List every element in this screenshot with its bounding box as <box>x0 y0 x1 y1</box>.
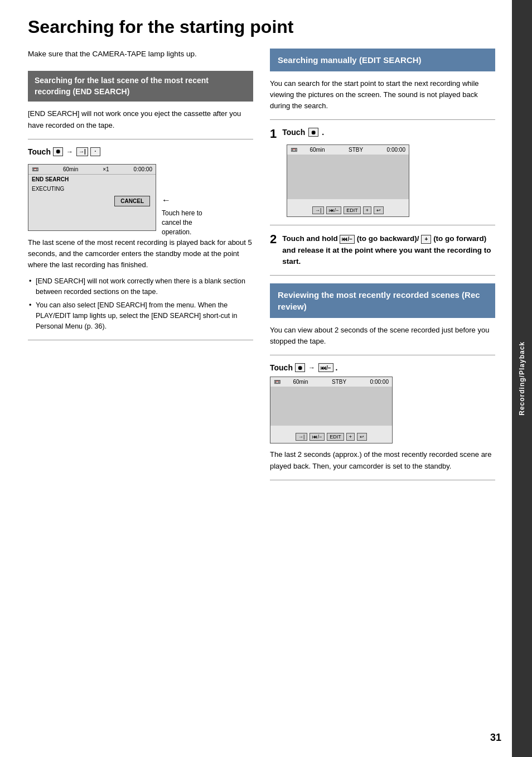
arrow-icon-review: → <box>308 364 315 372</box>
left-column: Make sure that the CAMERA-TAPE lamp ligh… <box>28 49 253 488</box>
end-search-body: The last scene of the most recent record… <box>28 237 253 271</box>
divider-5 <box>270 275 495 276</box>
cancel-button-screen: CANCEL <box>114 196 150 206</box>
end-search-screen-area: 📼 60min ×1 0:00:00 END SEARCH EXECUTING … <box>28 161 253 237</box>
bullet-list: [END SEARCH] will not work correctly whe… <box>28 276 253 332</box>
step1-tape-icon: 📼 <box>291 147 297 153</box>
page-title: Searching for the starting point <box>28 17 495 37</box>
step1-instruction: 1 Touch ⏺ . <box>270 128 495 140</box>
screen-status-bar: 📼 60min ×1 0:00:00 <box>28 165 156 175</box>
step2-instruction: 2 Touch and hold ⏮/− (to go backward)/ +… <box>270 233 495 267</box>
divider-6 <box>270 355 495 355</box>
screen-time: 0:00:00 <box>134 166 152 172</box>
touch-label-left: Touch <box>28 147 51 156</box>
review-arrow-btn: →| <box>296 433 307 441</box>
right-column: Searching manually (EDIT SEARCH) You can… <box>270 49 495 488</box>
end-search-screen: 📼 60min ×1 0:00:00 END SEARCH EXECUTING … <box>28 164 156 231</box>
step1-screen: 📼 60min STBY 0:00:00 →| ⏮/− EDIT + ↩ <box>287 144 409 217</box>
dot-icon: · <box>90 147 100 156</box>
step1-screen-status: 📼 60min STBY 0:00:00 <box>287 145 409 155</box>
review-time: 0:00:00 <box>370 379 389 385</box>
step1-touch-label: Touch <box>282 128 305 137</box>
divider-4 <box>270 225 495 225</box>
step1-stby: STBY <box>349 147 363 153</box>
step1-screen-bottom: →| ⏮/− EDIT + ↩ <box>287 206 409 214</box>
review-status: 60min <box>293 379 308 385</box>
step1-number: 1 <box>270 128 277 140</box>
step1-period: . <box>322 128 324 137</box>
touch-instruction-left: Touch ⏺ → →| · <box>28 147 253 156</box>
review-rev-btn: ⏮/− <box>309 433 325 441</box>
review-screen-status: 📼 60min STBY 0:00:00 <box>270 377 392 387</box>
review-fwd-btn: ↩ <box>357 433 367 441</box>
rev-icon-review: ⏮/− <box>318 363 333 372</box>
rec-review-section-header: Reviewing the most recently recorded sce… <box>270 283 495 318</box>
review-screen: 📼 60min STBY 0:00:00 →| ⏮/− EDIT + ↩ <box>270 377 393 443</box>
page-number: 31 <box>490 732 501 744</box>
step1-record-icon: ⏺ <box>308 128 318 137</box>
step2-plus-icon: + <box>421 235 431 244</box>
step1-time: 0:00:00 <box>387 147 405 153</box>
review-stby: STBY <box>332 379 346 385</box>
cancel-area: CANCEL <box>28 194 156 209</box>
rec-review-footer: The last 2 seconds (approx.) of the most… <box>270 449 495 471</box>
endsearch-icon: →| <box>76 147 88 156</box>
review-screen-bottom: →| ⏮/− EDIT + ↩ <box>270 433 392 441</box>
step1-status: 60min <box>309 147 325 153</box>
divider-2 <box>28 340 253 340</box>
divider-1 <box>28 139 253 139</box>
recording-playback-tab: Recording/Playback <box>512 0 532 757</box>
edit-search-section-header: Searching manually (EDIT SEARCH) <box>270 49 495 71</box>
step2-rev-icon: ⏮/− <box>340 235 355 244</box>
end-search-label: END SEARCH <box>28 175 156 184</box>
bullet-item-2: You can also select [END SEARCH] from th… <box>28 300 253 331</box>
end-search-section-header: Searching for the last scene of the most… <box>28 71 253 102</box>
touch-label-review: Touch <box>270 363 293 372</box>
record-icon-left: ⏺ <box>53 147 63 156</box>
screen-tape-icon: 📼 <box>32 166 38 172</box>
touch-instruction-review: Touch ⏺ → ⏮/− . <box>270 363 495 372</box>
arrow-btn: →| <box>312 206 324 214</box>
cancel-note-text: Touch here to cancel the operation. <box>162 209 223 237</box>
divider-3 <box>270 119 495 120</box>
fwd-btn: ↩ <box>374 206 384 214</box>
divider-7 <box>270 480 495 480</box>
review-tape-icon: 📼 <box>274 379 280 385</box>
plus-btn: + <box>363 206 371 214</box>
review-plus-btn: + <box>346 433 355 441</box>
cancel-arrow: ← <box>162 194 171 206</box>
record-icon-review: ⏺ <box>295 363 305 372</box>
period-review: . <box>336 363 338 372</box>
screen-status: 60min <box>63 166 78 172</box>
arrow-icon-left: → <box>66 148 73 156</box>
step2-text: Touch and hold ⏮/− (to go backward)/ + (… <box>282 233 495 267</box>
rec-review-intro: You can view about 2 seconds of the scen… <box>270 325 495 347</box>
intro-text: Make sure that the CAMERA-TAPE lamp ligh… <box>28 49 253 60</box>
bullet-item-1: [END SEARCH] will not work correctly whe… <box>28 276 253 297</box>
screen-mult: ×1 <box>103 166 109 172</box>
tab-label: Recording/Playback <box>518 341 526 416</box>
end-search-executing: EXECUTING <box>28 184 156 194</box>
edit-btn: EDIT <box>344 206 361 214</box>
edit-search-intro: You can search for the start point to st… <box>270 78 495 112</box>
cancel-note: ← Touch here to cancel the operation. <box>162 161 223 237</box>
rev-btn: ⏮/− <box>326 206 341 214</box>
step2-number: 2 <box>270 233 277 245</box>
review-edit-btn: EDIT <box>327 433 344 441</box>
end-search-intro: [END SEARCH] will not work once you ejec… <box>28 108 253 131</box>
